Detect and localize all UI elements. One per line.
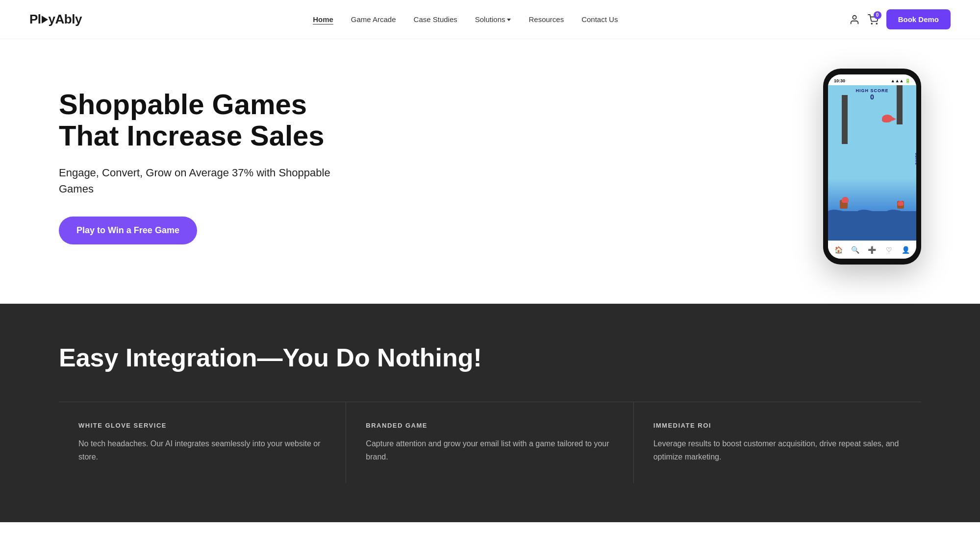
- user-icon: [849, 14, 860, 25]
- nav-resources[interactable]: Resources: [528, 15, 564, 24]
- hero-subtitle: Engage, Convert, Grow on Average 37% wit…: [59, 165, 343, 197]
- logo-text-pl: Pl: [29, 12, 41, 27]
- hero-title: Shoppable Games That Increase Sales: [59, 89, 343, 151]
- phone-mockup: 10:30 ▲▲▲ 🔋 0aillz HIGH SCORE 0: [823, 69, 921, 265]
- phone-time: 10:30: [834, 78, 845, 83]
- phone-home-icon[interactable]: 🏠: [833, 245, 843, 255]
- phone-bottom-bar: 🏠 🔍 ➕ ♡ 👤: [828, 241, 916, 259]
- logo-play-icon: [42, 16, 48, 24]
- bird-flying: [882, 115, 893, 122]
- main-nav: Home Game Arcade Case Studies Solutions …: [313, 15, 618, 24]
- phone-search-icon[interactable]: 🔍: [851, 245, 860, 255]
- cart-badge: 0: [874, 11, 881, 19]
- logo[interactable]: Pl yAbly: [29, 12, 82, 27]
- card-branded-game-body: Capture attention and grow your email li…: [366, 437, 613, 463]
- nav-contact-us[interactable]: Contact Us: [581, 15, 618, 24]
- card-white-glove-title: WHITE GLOVE SERVICE: [78, 422, 326, 429]
- pipe-left-top: [842, 95, 848, 144]
- dark-section-title: Easy Integration—You Do Nothing!: [59, 343, 921, 372]
- hero-text: Shoppable Games That Increase Sales Enga…: [59, 89, 343, 245]
- card-white-glove: WHITE GLOVE SERVICE No tech headaches. O…: [59, 402, 346, 483]
- phone-status-bar: 10:30 ▲▲▲ 🔋: [828, 74, 916, 85]
- nav-game-arcade[interactable]: Game Arcade: [351, 15, 396, 24]
- nav-solutions[interactable]: Solutions: [475, 15, 511, 24]
- logo-text-yably: yAbly: [49, 12, 82, 27]
- chevron-down-icon: [507, 19, 511, 21]
- phone-notch: [855, 69, 889, 73]
- features-grid: WHITE GLOVE SERVICE No tech headaches. O…: [59, 402, 921, 483]
- card-immediate-roi-body: Leverage results to boost customer acqui…: [653, 437, 902, 463]
- high-score-value: 0: [828, 93, 916, 101]
- header: Pl yAbly Home Game Arcade Case Studies S…: [0, 0, 980, 39]
- phone-game-area: 0aillz HIGH SCORE 0: [828, 85, 916, 241]
- hero-section: Shoppable Games That Increase Sales Enga…: [0, 39, 980, 304]
- character-left: [838, 200, 850, 214]
- character-right: [896, 201, 905, 214]
- high-score-label: HIGH SCORE: [828, 85, 916, 93]
- water-ground: [828, 211, 916, 241]
- cart-icon-button[interactable]: 0: [868, 14, 879, 25]
- phone-mockup-container: 10:30 ▲▲▲ 🔋 0aillz HIGH SCORE 0: [823, 69, 921, 265]
- phone-add-icon[interactable]: ➕: [867, 245, 877, 255]
- dark-section: Easy Integration—You Do Nothing! WHITE G…: [0, 304, 980, 522]
- header-actions: 0 Book Demo: [849, 9, 951, 29]
- nav-case-studies[interactable]: Case Studies: [414, 15, 457, 24]
- card-immediate-roi: IMMEDIATE ROI Leverage results to boost …: [634, 402, 921, 483]
- card-white-glove-body: No tech headaches. Our AI integrates sea…: [78, 437, 326, 463]
- svg-point-0: [853, 15, 856, 19]
- card-branded-game-title: BRANDED GAME: [366, 422, 613, 429]
- phone-heart-icon[interactable]: ♡: [884, 245, 894, 255]
- nav-home[interactable]: Home: [313, 15, 333, 24]
- book-demo-button[interactable]: Book Demo: [886, 9, 951, 29]
- nav-solutions-link[interactable]: Solutions: [475, 15, 505, 24]
- user-icon-button[interactable]: [849, 14, 860, 25]
- phone-screen: 10:30 ▲▲▲ 🔋 0aillz HIGH SCORE 0: [828, 74, 916, 259]
- card-immediate-roi-title: IMMEDIATE ROI: [653, 422, 902, 429]
- svg-point-2: [876, 23, 877, 24]
- phone-signal-icons: ▲▲▲ 🔋: [891, 78, 910, 83]
- card-branded-game: BRANDED GAME Capture attention and grow …: [346, 402, 633, 483]
- pipe-right-top: [897, 85, 903, 124]
- svg-point-1: [871, 23, 872, 24]
- game-side-label: 0aillz: [915, 152, 916, 165]
- phone-profile-icon[interactable]: 👤: [901, 245, 911, 255]
- play-cta-button[interactable]: Play to Win a Free Game: [59, 217, 197, 244]
